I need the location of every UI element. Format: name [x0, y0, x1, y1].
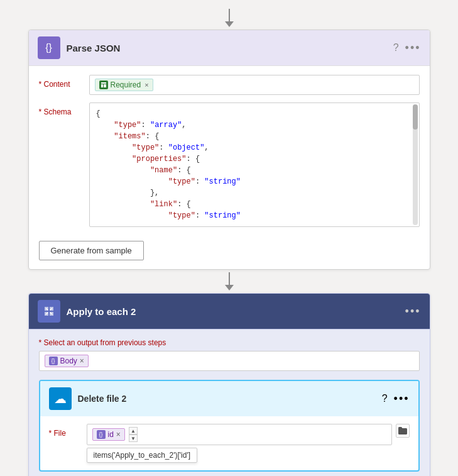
token-table-icon [99, 80, 108, 89]
parse-json-more-icon[interactable]: ••• [405, 42, 421, 55]
parse-json-header-actions: ? ••• [393, 42, 421, 55]
content-token: Required × [95, 79, 153, 91]
generate-from-sample-button[interactable]: Generate from sample [39, 241, 144, 260]
content-input[interactable]: Required × [89, 75, 420, 95]
apply-card-title: Apply to each 2 [67, 306, 405, 317]
tooltip-text: items('Apply_to_each_2')['id'] [87, 448, 198, 463]
schema-textarea[interactable]: { "type": "array", "items": { "type": "o… [90, 103, 419, 226]
parse-json-header: {} Parse JSON ? ••• [29, 30, 430, 66]
delete-card-icon: ☁ [49, 387, 72, 410]
apply-to-each-card: Apply to each 2 ••• * Select an output f… [28, 293, 430, 476]
svg-rect-0 [101, 82, 106, 84]
schema-scrollbar-thumb [413, 104, 418, 130]
spinner-up[interactable]: ▲ [129, 427, 138, 434]
file-field-row: * File {} id × ▲ ▼ [49, 424, 410, 445]
delete-card-actions: ? ••• [382, 392, 410, 406]
id-token-icon: {} [97, 430, 106, 439]
delete-card-header: ☁ Delete file 2 ? ••• [40, 381, 418, 416]
select-output-input[interactable]: {} Body × [39, 351, 420, 371]
body-token-label: Body [60, 357, 77, 365]
parse-json-icon: {} [38, 36, 60, 59]
select-output-label: * Select an output from previous steps [39, 338, 420, 347]
content-token-label: Required [111, 80, 141, 89]
body-token-close[interactable]: × [80, 357, 84, 365]
file-input[interactable]: {} id × ▲ ▼ [87, 424, 392, 445]
parse-json-help-icon[interactable]: ? [393, 42, 399, 53]
id-token-close[interactable]: × [116, 430, 121, 439]
delete-file-card: ☁ Delete file 2 ? ••• * File {} id × [39, 380, 420, 472]
id-token: {} id × [92, 428, 125, 441]
content-token-close[interactable]: × [144, 81, 148, 89]
spinner: ▲ ▼ [129, 427, 138, 442]
apply-card-more-icon[interactable]: ••• [405, 305, 421, 318]
id-token-label: id [108, 430, 114, 439]
delete-card-more-icon[interactable]: ••• [394, 392, 410, 406]
delete-card-title: Delete file 2 [78, 394, 382, 404]
apply-card-header: Apply to each 2 ••• [29, 294, 430, 329]
schema-label: * Schema [39, 102, 89, 116]
svg-rect-2 [104, 84, 106, 87]
apply-card-icon [38, 300, 60, 323]
content-field-row: * Content Required × [39, 75, 420, 95]
body-token-icon: {} [49, 357, 58, 365]
apply-card-body: * Select an output from previous steps {… [29, 329, 430, 476]
delete-card-body: * File {} id × ▲ ▼ [40, 416, 418, 470]
parse-json-body: * Content Required × * Schema { "type": … [29, 66, 430, 269]
body-token: {} Body × [45, 355, 89, 367]
parse-json-card: {} Parse JSON ? ••• * Content Required × [28, 30, 430, 270]
top-arrow [225, 9, 234, 27]
content-label: * Content [39, 75, 89, 89]
folder-button[interactable] [396, 424, 410, 438]
schema-field-row: * Schema { "type": "array", "items": { "… [39, 102, 420, 227]
parse-json-title: Parse JSON [67, 43, 393, 53]
spinner-down[interactable]: ▼ [129, 434, 138, 442]
middle-arrow [225, 272, 234, 291]
schema-container: { "type": "array", "items": { "type": "o… [89, 102, 420, 227]
schema-scrollbar[interactable] [413, 104, 418, 225]
id-tooltip: items('Apply_to_each_2')['id'] [87, 448, 410, 463]
delete-card-help-icon[interactable]: ? [382, 393, 388, 404]
file-label: * File [49, 424, 87, 438]
svg-rect-1 [101, 84, 103, 87]
